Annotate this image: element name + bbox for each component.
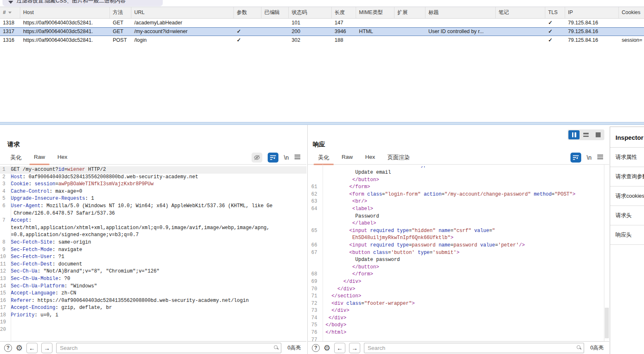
code-line[interactable]: </label>	[308, 220, 604, 227]
column-header-length[interactable]: 长度	[332, 7, 356, 18]
column-header-title[interactable]: 标题	[425, 7, 496, 18]
tab-prettify[interactable]: 美化	[312, 151, 335, 165]
code-line[interactable]: Update password	[308, 256, 604, 264]
previous-match-button[interactable]	[334, 343, 345, 353]
column-header-mime[interactable]: MIME类型	[356, 7, 394, 18]
column-header-method[interactable]: 方法	[110, 7, 131, 18]
code-line[interactable]: Password	[308, 213, 604, 220]
layout-single-button[interactable]	[592, 130, 604, 139]
previous-match-button[interactable]	[26, 343, 38, 353]
search-input[interactable]	[56, 343, 281, 353]
table-row[interactable]: 1317https://0af900640403dc52841.GET/my-a…	[0, 27, 644, 36]
word-wrap-icon[interactable]	[268, 153, 278, 163]
code-line[interactable]: 5Upgrade-Insecure-Requests: 1	[0, 195, 307, 203]
editor-menu-icon[interactable]	[597, 154, 604, 161]
column-header-status[interactable]: 状态码	[289, 7, 332, 18]
column-header-cookies[interactable]: Cookies	[619, 7, 644, 18]
column-header-edited[interactable]: 已编辑	[261, 7, 289, 18]
code-line[interactable]: 11Sec-Fetch-Dest: document	[0, 261, 307, 268]
column-header-num[interactable]: #	[0, 7, 20, 18]
code-line[interactable]: Chrome/126.0.6478.57 Safari/537.36	[0, 210, 307, 218]
code-line[interactable]: 60 <button class='button' type='submit'>	[308, 166, 604, 169]
column-header-ip[interactable]: IP	[565, 7, 619, 18]
code-line[interactable]: EhSD48uiljmyRkwTnIpf6Qnk66Ufktlb">	[308, 234, 604, 242]
table-row[interactable]: 1318https://0af900640403dc52841.GET/acad…	[0, 19, 644, 27]
layout-columns-button[interactable]	[568, 130, 580, 139]
code-line[interactable]: 66 <input required type=password name=pa…	[308, 242, 604, 249]
settings-gear-icon[interactable]	[323, 344, 330, 352]
inspector-item[interactable]: 请求cookies	[610, 187, 644, 206]
code-line[interactable]: 15Accept-Language: zh-CN	[0, 290, 307, 297]
filter-settings-button[interactable]: 过滤器设置:隐藏CSS、图片和一般二进制内容	[2, 0, 163, 6]
tab-raw[interactable]: Raw	[28, 151, 51, 165]
help-icon[interactable]	[312, 344, 320, 352]
horizontal-splitter[interactable]	[0, 122, 644, 125]
tab-hex[interactable]: Hex	[359, 151, 381, 165]
column-header-params[interactable]: 参数	[234, 7, 261, 18]
search-input[interactable]	[364, 343, 584, 353]
scrollbar-thumb[interactable]	[605, 308, 609, 338]
inspector-item[interactable]: 请求属性	[610, 148, 644, 167]
code-line[interactable]: 69 </div>	[308, 278, 604, 286]
column-header-tls[interactable]: TLS	[545, 7, 565, 18]
help-icon[interactable]	[4, 344, 12, 352]
inspector-item[interactable]: 响应头	[610, 225, 644, 245]
code-line[interactable]: </button>	[308, 177, 604, 184]
tab-prettify[interactable]: 美化	[4, 151, 28, 165]
next-match-button[interactable]	[349, 343, 360, 353]
code-line[interactable]: 12Sec-Ch-Ua: "Not/A)Brand";v="8", "Chrom…	[0, 268, 307, 275]
code-line[interactable]: 2Host: 0af900640403dc5284135562008800bd.…	[0, 174, 307, 181]
code-line[interactable]: 3Cookie: session=awPpBOaWeTINfkI3smVajzK…	[0, 181, 307, 188]
code-line[interactable]: =0.8,application/signed-exchange;v=b3;q=…	[0, 232, 307, 239]
code-line[interactable]: 74 </div>	[308, 315, 604, 322]
code-line[interactable]: 16Referer: https://0af900640403dc5284135…	[0, 297, 307, 305]
column-header-ext[interactable]: 扩展	[394, 7, 425, 18]
code-line[interactable]: 75</body>	[308, 322, 604, 329]
code-line[interactable]: Update email	[308, 169, 604, 177]
code-line[interactable]: 10Sec-Fetch-User: ?1	[0, 254, 307, 261]
code-line[interactable]: 13Sec-Ch-Ua-Mobile: ?0	[0, 275, 307, 283]
inspector-item[interactable]: 请求头	[610, 206, 644, 225]
code-line[interactable]: 70 </div>	[308, 286, 604, 293]
code-line[interactable]: 6User-Agent: Mozilla/5.0 (Windows NT 10.…	[0, 203, 307, 210]
response-editor[interactable]: 60 <button class='button' type='submit'>…	[308, 165, 604, 341]
editor-menu-icon[interactable]	[294, 154, 301, 161]
code-line[interactable]: 76</html>	[308, 329, 604, 337]
column-header-url[interactable]: URL	[131, 7, 234, 18]
code-line[interactable]: 14Sec-Ch-Ua-Platform: "Windows"	[0, 283, 307, 290]
word-wrap-icon[interactable]	[570, 153, 581, 163]
code-line[interactable]: 8Sec-Fetch-Site: same-origin	[0, 239, 307, 246]
hide-nonprintable-icon[interactable]	[252, 153, 262, 163]
inspector-item[interactable]: 请求查询参数	[610, 167, 644, 187]
request-editor[interactable]: 1GET /my-account?id=wiener HTTP/22Host: …	[0, 165, 307, 341]
code-line[interactable]: 67 <button class='button' type='submit'>	[308, 249, 604, 257]
response-scrollbar[interactable]	[604, 165, 609, 341]
settings-gear-icon[interactable]	[16, 344, 23, 352]
code-line[interactable]: 63 <br/>	[308, 198, 604, 206]
layout-stacked-button[interactable]	[580, 130, 592, 139]
table-row[interactable]: 1316https://0af900640403dc52841.POST/log…	[0, 36, 644, 45]
code-line[interactable]: 64 <label>	[308, 206, 604, 213]
code-line[interactable]: 61 </form>	[308, 184, 604, 191]
code-line[interactable]: 9Sec-Fetch-Mode: navigate	[0, 246, 307, 254]
code-line[interactable]: text/html,application/xhtml+xml,applicat…	[0, 225, 307, 232]
code-line[interactable]: 62 <form class="login-form" action="/my-…	[308, 191, 604, 199]
code-line[interactable]: 71 </section>	[308, 293, 604, 300]
code-line[interactable]: 72 <div class="footer-wrapper">	[308, 300, 604, 308]
code-line[interactable]: 73 </div>	[308, 307, 604, 315]
tab-hex[interactable]: Hex	[51, 151, 74, 165]
column-header-notes[interactable]: 笔记	[496, 7, 545, 18]
code-line[interactable]: 1GET /my-account?id=wiener HTTP/2	[0, 166, 307, 174]
show-newlines-icon[interactable]: \n	[587, 154, 592, 161]
next-match-button[interactable]	[41, 343, 52, 353]
code-line[interactable]: </button>	[308, 264, 604, 271]
code-line[interactable]: 19	[0, 319, 307, 326]
code-line[interactable]: 4Cache-Control: max-age=0	[0, 188, 307, 196]
code-line[interactable]: 65 <input required type="hidden" name="c…	[308, 227, 604, 235]
code-line[interactable]: 7Accept:	[0, 217, 307, 225]
code-line[interactable]: 77	[308, 337, 604, 341]
code-line[interactable]: 20	[0, 326, 307, 334]
code-line[interactable]: 18Priority: u=0, i	[0, 312, 307, 319]
code-line[interactable]: 17Accept-Encoding: gzip, deflate, br	[0, 304, 307, 312]
tab-raw[interactable]: Raw	[335, 151, 359, 165]
